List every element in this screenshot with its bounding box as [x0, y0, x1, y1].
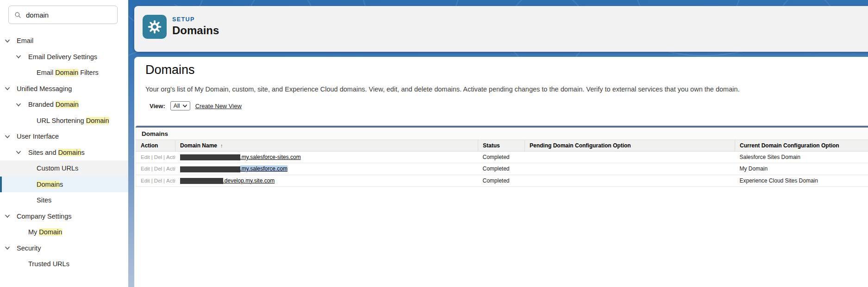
- edit-link[interactable]: Edit: [141, 154, 150, 160]
- sidebar-item-email[interactable]: Email: [0, 33, 128, 49]
- create-new-view-link[interactable]: Create New View: [195, 103, 242, 110]
- domains-list: Domains Action Domain Name↑ Status Pendi…: [136, 126, 868, 187]
- row-actions: Edit|Del|Activate: [136, 175, 175, 186]
- activate-link[interactable]: Activate: [166, 154, 175, 160]
- activate-link[interactable]: Activate: [166, 166, 175, 171]
- del-link[interactable]: Del: [154, 154, 162, 160]
- setup-eyebrow: SETUP: [172, 16, 195, 23]
- chevron-down-icon[interactable]: [15, 101, 22, 108]
- current-option-cell: Experience Cloud Sites Domain: [735, 175, 868, 186]
- sidebar-item-my-domain[interactable]: My Domain: [0, 224, 128, 240]
- search-input[interactable]: [26, 11, 112, 19]
- action-separator: |: [163, 166, 165, 171]
- setup-tree: Email Email Delivery Settings Email Doma…: [0, 33, 128, 272]
- col-current-option[interactable]: Current Domain Configuration Option: [735, 140, 868, 152]
- sidebar-item-label: Custom URLs: [37, 165, 78, 172]
- chevron-down-icon[interactable]: [15, 149, 22, 156]
- row-actions: Edit|Del|Activate: [136, 152, 175, 163]
- sidebar-item-user-interface[interactable]: User Interface: [0, 128, 128, 145]
- view-label: View:: [150, 103, 165, 110]
- status-cell: Completed: [478, 175, 525, 186]
- chevron-down-icon[interactable]: [4, 37, 11, 44]
- sidebar-item-sites-and-domains[interactable]: Sites and Domains: [0, 145, 128, 161]
- pending-option-cell: [525, 175, 735, 186]
- domain-link[interactable]: .develop.my.site.com: [223, 177, 275, 184]
- content-panel: Domains Your org's list of My Domain, cu…: [134, 57, 868, 287]
- edit-link[interactable]: Edit: [141, 166, 150, 171]
- col-action[interactable]: Action: [136, 140, 175, 152]
- table-row: Edit|Del|Activate .my.salesforce-sites.c…: [136, 152, 868, 163]
- current-option-cell: My Domain: [735, 163, 868, 175]
- chevron-down-icon[interactable]: [4, 245, 11, 251]
- current-option-cell: Salesforce Sites Domain: [735, 152, 868, 163]
- setup-screen: SETUP Domains Domains Your org's list of…: [0, 0, 868, 287]
- sidebar-item-label: Sites: [37, 196, 51, 204]
- sidebar-item-label: Trusted URLs: [28, 260, 69, 268]
- view-controls: View: All Create New View: [150, 101, 242, 110]
- action-separator: |: [151, 178, 153, 183]
- del-link[interactable]: Del: [154, 178, 162, 183]
- sidebar-item-label: User Interface: [17, 133, 59, 140]
- domain-name-cell: .my.salesforce-sites.com: [175, 152, 478, 163]
- chevron-down-icon: [182, 104, 187, 108]
- sidebar-item-label: Email: [17, 37, 33, 44]
- sidebar-item-label: Unified Messaging: [17, 85, 72, 92]
- chevron-down-icon[interactable]: [4, 213, 11, 220]
- sidebar-item-security[interactable]: Security: [0, 240, 128, 256]
- col-status[interactable]: Status: [478, 140, 525, 152]
- sidebar-item-label: Branded Domain: [28, 101, 79, 108]
- sidebar-item-label: Sites and Domains: [28, 149, 85, 156]
- sidebar-item-label: Email Delivery Settings: [28, 53, 97, 61]
- row-actions: Edit|Del|Activate: [136, 163, 175, 175]
- setup-sidebar: Email Email Delivery Settings Email Doma…: [0, 0, 128, 287]
- col-pending-option[interactable]: Pending Domain Configuration Option: [525, 140, 735, 152]
- domains-table: Action Domain Name↑ Status Pending Domai…: [136, 140, 868, 187]
- pending-option-cell: [525, 152, 735, 163]
- chevron-down-icon[interactable]: [15, 54, 22, 60]
- sidebar-item-domains[interactable]: Domains: [0, 177, 128, 193]
- domain-link[interactable]: .my.salesforce-sites.com: [240, 154, 301, 160]
- sidebar-item-trusted-urls[interactable]: Trusted URLs: [0, 256, 128, 272]
- sidebar-item-url-shortening-domain[interactable]: URL Shortening Domain: [0, 113, 128, 129]
- chevron-down-icon[interactable]: [4, 85, 11, 92]
- setup-page-title: Domains: [172, 24, 219, 37]
- sidebar-item-label: Security: [17, 244, 41, 252]
- table-row: Edit|Del|Activate .my.salesforce.com Com…: [136, 163, 868, 175]
- redacted-domain-text: [180, 154, 240, 160]
- del-link[interactable]: Del: [154, 166, 162, 171]
- sidebar-item-branded-domain[interactable]: Branded Domain: [0, 97, 128, 113]
- status-cell: Completed: [478, 152, 525, 163]
- activate-link[interactable]: Activate: [166, 178, 175, 183]
- gear-icon: [148, 20, 162, 34]
- chevron-down-icon[interactable]: [4, 133, 11, 140]
- sidebar-item-email-delivery-settings[interactable]: Email Delivery Settings: [0, 49, 128, 65]
- sidebar-item-label: My Domain: [28, 228, 62, 236]
- sidebar-item-label: URL Shortening Domain: [37, 117, 109, 124]
- action-separator: |: [151, 166, 153, 171]
- setup-header-card: SETUP Domains: [134, 6, 868, 52]
- sidebar-item-custom-urls[interactable]: Custom URLs: [0, 160, 128, 177]
- sidebar-item-label: Email Domain Filters: [37, 69, 99, 76]
- quick-find-box[interactable]: [8, 6, 118, 24]
- search-icon: [14, 11, 21, 19]
- sidebar-item-label: Domains: [37, 181, 63, 188]
- edit-link[interactable]: Edit: [141, 178, 150, 183]
- view-select[interactable]: All: [170, 101, 190, 110]
- status-cell: Completed: [478, 163, 525, 175]
- sort-asc-icon: ↑: [220, 143, 223, 148]
- action-separator: |: [163, 178, 165, 183]
- page-description: Your org's list of My Domain, custom, si…: [145, 85, 740, 93]
- redacted-domain-text: [180, 178, 223, 184]
- domain-link[interactable]: .my.salesforce.com: [240, 165, 287, 172]
- sidebar-item-sites[interactable]: Sites: [0, 192, 128, 208]
- redacted-domain-text: [180, 166, 240, 172]
- sidebar-item-unified-messaging[interactable]: Unified Messaging: [0, 81, 128, 97]
- table-header-row: Action Domain Name↑ Status Pending Domai…: [136, 140, 868, 152]
- sidebar-item-email-domain-filters[interactable]: Email Domain Filters: [0, 65, 128, 81]
- pending-option-cell: [525, 163, 735, 175]
- col-domain-name[interactable]: Domain Name↑: [175, 140, 478, 152]
- action-separator: |: [163, 154, 165, 160]
- domain-name-cell: .develop.my.site.com: [175, 175, 478, 186]
- sidebar-item-company-settings[interactable]: Company Settings: [0, 208, 128, 225]
- table-row: Edit|Del|Activate .develop.my.site.com C…: [136, 175, 868, 186]
